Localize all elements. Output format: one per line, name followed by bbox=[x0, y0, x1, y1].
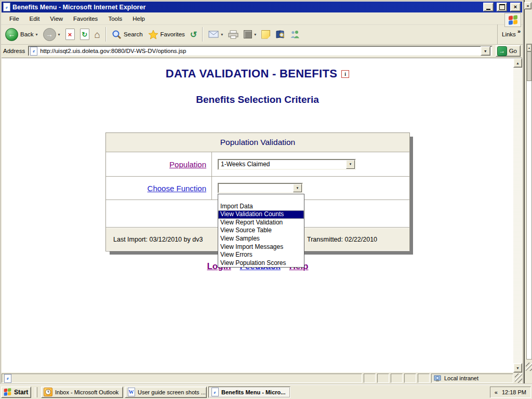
screen: e Benefits Menu - Microsoft Internet Exp… bbox=[0, 0, 532, 399]
links-bar[interactable]: Links » bbox=[497, 24, 521, 44]
edit-button[interactable]: ▾ bbox=[242, 29, 258, 40]
background-scroll-up-icon[interactable]: ▲ bbox=[527, 44, 531, 51]
background-resize-grip[interactable] bbox=[526, 363, 532, 371]
menu-help[interactable]: Help bbox=[127, 14, 150, 23]
links-chevron-icon[interactable]: » bbox=[517, 28, 521, 34]
last-import-text: Last Import: 03/12/2010 by dv3 bbox=[113, 236, 203, 243]
scroll-up-icon[interactable]: ▲ bbox=[513, 58, 522, 68]
status-pane bbox=[391, 374, 403, 383]
tray-chevron[interactable]: « bbox=[495, 389, 498, 395]
messenger-icon bbox=[290, 30, 300, 39]
dropdown-option[interactable] bbox=[218, 194, 304, 203]
refresh-icon: ↻ bbox=[80, 29, 89, 40]
edit-icon bbox=[244, 30, 252, 38]
go-button[interactable]: → Go bbox=[496, 45, 521, 57]
mail-button[interactable]: ▾ bbox=[206, 29, 225, 39]
taskbar-divider bbox=[35, 387, 37, 397]
ie-logo-icon: e bbox=[3, 3, 10, 11]
start-flag-icon bbox=[4, 388, 11, 396]
dropdown-option[interactable]: Import Data bbox=[218, 203, 304, 211]
address-label: Address bbox=[3, 48, 25, 54]
go-label: Go bbox=[509, 48, 517, 54]
print-button[interactable] bbox=[226, 29, 241, 41]
mail-dropdown-icon[interactable]: ▾ bbox=[221, 32, 223, 37]
task-button-outlook[interactable]: Inbox - Microsoft Outlook bbox=[41, 387, 123, 398]
status-pane bbox=[377, 374, 389, 383]
home-button[interactable]: ⌂ bbox=[92, 28, 102, 41]
forward-dropdown-icon[interactable]: ▾ bbox=[58, 32, 60, 37]
page-title: DATA VALIDATION - BENEFITSi bbox=[2, 67, 513, 81]
clock: 12:18 PM bbox=[502, 389, 526, 395]
back-icon: ← bbox=[5, 28, 18, 41]
refresh-button[interactable]: ↻ bbox=[78, 27, 91, 42]
discuss-button[interactable] bbox=[259, 29, 272, 41]
info-icon[interactable]: i bbox=[341, 70, 349, 78]
status-pane bbox=[418, 374, 430, 383]
search-label: Search bbox=[124, 31, 142, 37]
minimize-button[interactable] bbox=[483, 3, 494, 11]
background-scroll-thumb[interactable] bbox=[527, 51, 531, 81]
dropdown-option[interactable]: View Population Scores bbox=[218, 259, 304, 268]
minimize-icon bbox=[486, 9, 490, 10]
scroll-down-icon[interactable]: ▼ bbox=[513, 363, 522, 373]
window-title: Benefits Menu - Microsoft Internet Explo… bbox=[12, 4, 480, 11]
choose-function-link[interactable]: Choose Function bbox=[148, 184, 206, 193]
dropdown-option[interactable]: View Source Table bbox=[218, 227, 304, 235]
maximize-icon bbox=[499, 4, 505, 10]
vertical-scrollbar[interactable]: ▲ ▼ bbox=[513, 58, 522, 373]
address-url[interactable]: http://uisqt2.uis.doleta.gov:8080/DV-WS-… bbox=[40, 48, 477, 54]
status-pane bbox=[364, 374, 376, 383]
home-icon: ⌂ bbox=[95, 30, 100, 39]
search-icon bbox=[112, 30, 122, 39]
status-main-pane: e bbox=[2, 374, 362, 383]
menu-tools[interactable]: Tools bbox=[103, 14, 127, 23]
dropdown-option[interactable]: View Import Messages bbox=[218, 243, 304, 251]
stop-button[interactable]: × bbox=[63, 27, 77, 42]
research-button[interactable] bbox=[273, 29, 287, 41]
mail-icon bbox=[208, 31, 219, 38]
dropdown-option[interactable]: View Samples bbox=[218, 235, 304, 243]
favorites-button[interactable]: Favorites bbox=[146, 28, 187, 41]
start-button[interactable]: Start bbox=[1, 387, 31, 398]
resize-grip[interactable] bbox=[515, 374, 522, 383]
start-label: Start bbox=[14, 389, 28, 396]
task-button-ie-active[interactable]: e Benefits Menu - Micro... bbox=[208, 387, 290, 398]
dropdown-option[interactable]: View Report Validation bbox=[218, 219, 304, 227]
background-scrollbar[interactable]: ▲ bbox=[526, 44, 532, 360]
task-button-word[interactable]: W User guide screen shots ... bbox=[125, 387, 207, 398]
local-intranet-icon bbox=[434, 375, 442, 382]
menu-file[interactable]: File bbox=[4, 14, 24, 23]
menu-favorites[interactable]: Favorites bbox=[68, 14, 103, 23]
search-button[interactable]: Search bbox=[110, 28, 144, 41]
forward-button[interactable]: → ▾ bbox=[41, 26, 62, 43]
table-header: Population Validation bbox=[106, 133, 409, 152]
title-bar[interactable]: e Benefits Menu - Microsoft Internet Exp… bbox=[2, 2, 522, 12]
close-button[interactable]: × bbox=[510, 3, 521, 11]
ie-task-icon: e bbox=[211, 388, 219, 396]
address-input[interactable]: e http://uisqt2.uis.doleta.gov:8080/DV-W… bbox=[28, 46, 492, 56]
dropdown-option[interactable]: View Errors bbox=[218, 251, 304, 259]
print-icon bbox=[228, 30, 238, 39]
menu-edit[interactable]: Edit bbox=[24, 14, 45, 23]
population-link[interactable]: Population bbox=[169, 160, 206, 169]
function-select-arrow-icon[interactable]: ▼ bbox=[293, 184, 302, 192]
dropdown-option-selected[interactable]: View Validation Counts bbox=[218, 210, 304, 219]
population-select[interactable]: 1-Weeks Claimed ▼ bbox=[218, 159, 356, 170]
close-icon: × bbox=[514, 4, 517, 10]
back-button[interactable]: ← Back ▾ bbox=[3, 26, 40, 43]
history-button[interactable]: ↺ bbox=[188, 28, 199, 41]
back-dropdown-icon[interactable]: ▾ bbox=[36, 32, 38, 37]
maximize-button[interactable] bbox=[497, 3, 507, 11]
background-close-button[interactable]: × bbox=[524, 2, 531, 9]
menu-view[interactable]: View bbox=[45, 14, 68, 23]
address-dropdown-button[interactable]: ▼ bbox=[481, 46, 490, 56]
population-select-arrow-icon[interactable]: ▼ bbox=[346, 160, 355, 169]
function-select[interactable]: ▼ bbox=[218, 183, 303, 193]
menu-bar: File Edit View Favorites Tools Help bbox=[1, 13, 523, 25]
word-icon: W bbox=[127, 388, 135, 396]
address-bar: Address e http://uisqt2.uis.doleta.gov:8… bbox=[1, 44, 523, 58]
ie-window: e Benefits Menu - Microsoft Internet Exp… bbox=[0, 0, 524, 384]
messenger-button[interactable] bbox=[288, 29, 302, 41]
edit-dropdown-icon[interactable]: ▾ bbox=[254, 32, 256, 37]
back-label: Back bbox=[20, 31, 34, 37]
